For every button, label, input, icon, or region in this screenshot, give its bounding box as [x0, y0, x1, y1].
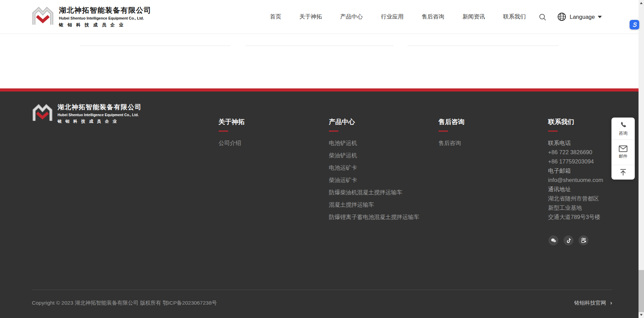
footer-link-product[interactable]: 电池铲运机	[329, 140, 357, 146]
contact-address-2: 新型工业基地	[548, 205, 603, 211]
footer-link-product[interactable]: 柴油铲运机	[329, 152, 357, 158]
chevron-right-icon: ›	[610, 299, 612, 306]
brand-text: 湖北神拓智能装备有限公司 Hubei Shentuo Intelligence …	[58, 103, 142, 124]
footer-col-title: 联系我们	[548, 118, 603, 126]
red-dash	[438, 131, 448, 132]
extension-s-icon[interactable]	[630, 20, 639, 29]
brand-mark-icon	[32, 104, 53, 123]
footer-link-product[interactable]: 防爆锂离子蓄电池混凝土搅拌运输车	[329, 214, 419, 220]
mail-button[interactable]: 邮件	[611, 139, 635, 165]
contact-phone-1: +86 722 3826690	[548, 149, 603, 156]
footer-divider	[32, 290, 612, 290]
header-logo[interactable]: 湖北神拓智能装备有限公司 Hubei Shentuo Intelligence …	[32, 5, 151, 28]
contact-info: 联系电话 +86 722 3826690 +86 17759203094 电子邮…	[548, 140, 603, 220]
content-divider	[245, 46, 394, 46]
footer-col-title: 关于神拓	[219, 118, 245, 126]
kuaishou-icon[interactable]	[579, 235, 589, 245]
footer-col-title: 产品中心	[329, 118, 419, 126]
mail-label: 邮件	[619, 154, 628, 159]
footer-col-about: 关于神拓 公司介绍	[219, 118, 245, 152]
contact-phone-label: 联系电话	[548, 140, 603, 146]
scrollbar-thumb[interactable]	[639, 270, 644, 312]
arrow-up-icon	[619, 168, 627, 176]
floating-contact-panel: 咨询 邮件	[611, 118, 635, 180]
nav-applications[interactable]: 行业应用	[381, 13, 404, 21]
chevron-down-icon	[598, 16, 602, 18]
brand-name-cn: 湖北神拓智能装备有限公司	[58, 103, 142, 112]
brand-tagline: 铱钼科技成员企业	[58, 119, 142, 124]
footer-link-product[interactable]: 混凝土搅拌运输车	[329, 201, 374, 208]
footer-link-product[interactable]: 柴油运矿卡	[329, 177, 357, 183]
brand-tagline: 铱钼科技成员企业	[59, 22, 151, 28]
nav-contact[interactable]: 联系我们	[503, 13, 526, 21]
nav-about[interactable]: 关于神拓	[299, 13, 322, 21]
mail-icon	[619, 145, 628, 152]
brand-name-cn: 湖北神拓智能装备有限公司	[59, 5, 151, 15]
site-header: 湖北神拓智能装备有限公司 Hubei Shentuo Intelligence …	[0, 0, 639, 34]
footer-link-aftersales[interactable]: 售后咨询	[438, 140, 461, 146]
content-area	[0, 34, 639, 88]
footer-logo[interactable]: 湖北神拓智能装备有限公司 Hubei Shentuo Intelligence …	[32, 103, 142, 124]
contact-address-1: 湖北省随州市曾都区	[548, 195, 603, 202]
red-dash	[329, 131, 338, 132]
red-dash	[548, 131, 558, 132]
brand-name-en: Hubei Shentuo Intelligence Equipment Co.…	[59, 16, 151, 20]
scrollbar-down-arrow[interactable]	[640, 314, 643, 316]
brand-mark-icon	[32, 7, 54, 27]
content-divider	[80, 46, 231, 46]
red-dash	[219, 131, 228, 132]
phone-icon	[619, 121, 627, 129]
social-links	[548, 235, 589, 245]
nav-aftersales[interactable]: 售后咨询	[422, 13, 444, 21]
accent-bar	[0, 88, 639, 91]
footer-col-aftersales: 售后咨询 售后咨询	[438, 118, 465, 152]
globe-icon	[557, 12, 567, 22]
scrollbar[interactable]	[639, 0, 644, 318]
consult-label: 咨询	[619, 131, 628, 136]
back-to-top-button[interactable]	[611, 165, 635, 180]
wechat-icon[interactable]	[548, 235, 558, 245]
main-nav: 首页 关于神拓 产品中心 行业应用 售后咨询 新闻资讯 联系我们	[270, 0, 526, 34]
contact-address-3: 交通大道789号3号楼	[548, 214, 603, 220]
nav-news[interactable]: 新闻资讯	[462, 13, 485, 21]
language-selector[interactable]: Language	[557, 0, 602, 34]
footer-col-contact: 联系我们 联系电话 +86 722 3826690 +86 1775920309…	[548, 118, 603, 223]
contact-phone-2: +86 17759203094	[548, 158, 603, 165]
contact-email: info@shentuome.com	[548, 177, 603, 183]
partner-site-label: 铱钼科技官网	[574, 299, 606, 306]
footer-link-product[interactable]: 防爆柴油机混凝土搅拌运输车	[329, 189, 402, 195]
nav-products[interactable]: 产品中心	[340, 13, 363, 21]
brand-name-en: Hubei Shentuo Intelligence Equipment Co.…	[58, 113, 142, 117]
douyin-icon[interactable]	[564, 235, 573, 245]
copyright-text: Copyright © 2023 湖北神拓智能装备有限公司 版权所有 鄂ICP备…	[32, 299, 217, 306]
footer-link-product[interactable]: 电池运矿卡	[329, 164, 357, 171]
brand-text: 湖北神拓智能装备有限公司 Hubei Shentuo Intelligence …	[59, 5, 151, 28]
partner-site-link[interactable]: 铱钼科技官网 ›	[574, 299, 612, 306]
footer-col-title: 售后咨询	[438, 118, 465, 126]
footer-link-company-intro[interactable]: 公司介绍	[219, 140, 241, 146]
language-label: Language	[570, 14, 595, 20]
site-footer: 湖北神拓智能装备有限公司 Hubei Shentuo Intelligence …	[0, 91, 639, 318]
contact-address-label: 通讯地址	[548, 186, 603, 193]
footer-col-products: 产品中心 电池铲运机 柴油铲运机 电池运矿卡 柴油运矿卡 防爆柴油机混凝土搅拌运…	[329, 118, 419, 226]
content-divider	[408, 46, 559, 46]
consult-button[interactable]: 咨询	[611, 118, 635, 139]
search-icon[interactable]	[538, 13, 547, 21]
nav-home[interactable]: 首页	[270, 13, 281, 21]
contact-email-label: 电子邮箱	[548, 168, 603, 174]
scrollbar-up-arrow[interactable]	[640, 2, 643, 4]
